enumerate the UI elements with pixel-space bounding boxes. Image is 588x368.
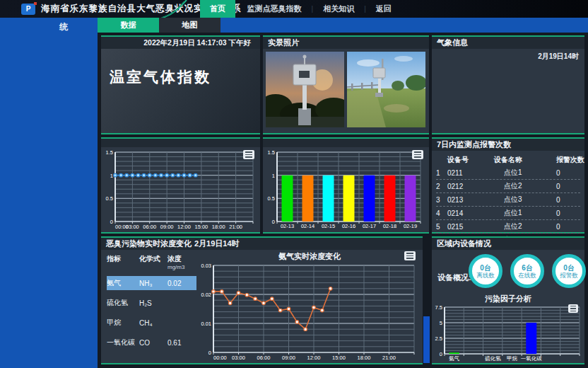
column-indicator: 指标 <box>107 254 139 264</box>
chart-menu-icon[interactable] <box>412 150 423 159</box>
svg-text:1.5: 1.5 <box>268 149 275 156</box>
svg-text:0.01: 0.01 <box>201 321 211 327</box>
chart-menu-icon[interactable] <box>568 304 578 313</box>
app-screen: P 海南省乐东黎族自治县大气恶臭状况实时发布系 首页 | 监测点恶臭指数 | 相… <box>0 0 588 368</box>
alarm-panel-title: 7日内监测点报警次数 <box>432 139 584 151</box>
odor-unit-row: mg/m3 <box>107 264 196 270</box>
daily-bar-chart: 00.511.502-1302-1402-1502-1602-1702-1802… <box>263 147 426 231</box>
pollution-factor-chart-wrap: 02.557.5氨气硫化氢甲烷一氧化碳 <box>433 305 582 364</box>
column-device-name: 设备名称 <box>494 155 556 165</box>
svg-text:0: 0 <box>110 219 113 225</box>
odor-panel-title: 恶臭污染物实时浓度变化 2月19日14时 <box>101 238 423 250</box>
svg-text:03:00: 03:00 <box>126 224 139 230</box>
table-row: 30213点位30 <box>436 193 580 207</box>
svg-text:00:00: 00:00 <box>213 355 227 361</box>
svg-text:0.03: 0.03 <box>201 263 211 269</box>
stat-alarm-count: 0台 报警数 <box>552 254 586 288</box>
tab-data[interactable]: 数据 <box>98 18 159 33</box>
svg-text:硫化氢: 硫化氢 <box>485 355 501 362</box>
column-concentration: 浓度 <box>167 254 196 264</box>
blue-band <box>0 18 588 33</box>
alarm-table-header: # 设备号 设备名称 报警次数 <box>436 154 580 166</box>
svg-text:09:00: 09:00 <box>160 224 174 230</box>
weather-body: 2月19日14时 <box>432 49 584 133</box>
svg-text:0.02: 0.02 <box>201 292 211 298</box>
offline-count: 0台 <box>480 264 491 272</box>
column-device-id: 设备号 <box>447 155 494 165</box>
svg-text:21:00: 21:00 <box>229 224 242 230</box>
nav-item-knowledge[interactable]: 相关知识 <box>313 0 364 18</box>
site-photo-sunset <box>266 52 346 130</box>
svg-text:1: 1 <box>272 173 275 179</box>
table-row: 50215点位20 <box>436 220 580 234</box>
weather-panel-title: 气象信息 <box>432 37 584 49</box>
swoosh-decoration-icon <box>161 0 189 18</box>
odor-time-text: 2月19日14时 <box>194 238 240 249</box>
svg-text:0: 0 <box>208 350 211 356</box>
weather-time: 2月19日14时 <box>538 52 579 62</box>
page-title: 温室气体指数 <box>101 49 260 87</box>
ammonia-line-chart: 00.010.020.0300:0003:0006:0009:0012:0015… <box>196 262 420 362</box>
alarm-table-body: 10211点位1020212点位2030213点位3040214点位105021… <box>436 166 580 247</box>
column-alarm-count: 报警次数 <box>556 155 588 165</box>
svg-text:03:00: 03:00 <box>232 355 245 361</box>
svg-text:18:00: 18:00 <box>212 224 225 230</box>
greenhouse-line-chart: 00.511.500:0003:0006:0009:0012:0015:0018… <box>101 147 257 231</box>
datetime-text: 2022年2月19日 14:17:03 下午好 <box>101 37 260 49</box>
devices-panel-title: 区域内设备情况 <box>432 238 584 250</box>
svg-text:7.5: 7.5 <box>435 305 442 311</box>
column-formula: 化学式 <box>139 254 167 264</box>
online-count: 6台 <box>522 264 533 272</box>
view-tabs: 数据 地图 <box>98 18 220 33</box>
svg-text:02-18: 02-18 <box>383 223 396 229</box>
greeting-panel: 2022年2月19日 14:17:03 下午好 温室气体指数 <box>101 35 260 134</box>
svg-text:0.5: 0.5 <box>268 195 275 202</box>
svg-text:02-14: 02-14 <box>301 223 314 229</box>
svg-text:06:00: 06:00 <box>143 224 156 230</box>
svg-text:02-17: 02-17 <box>363 223 376 229</box>
table-row[interactable]: 一氧化碳CO0.61 <box>107 335 196 350</box>
daily-bar-chart-wrap: 00.511.502-1302-1402-1502-1602-1702-1802… <box>263 147 429 234</box>
stat-offline-count: 0台 离线数 <box>469 254 502 288</box>
nav-item-odor-index[interactable]: 监测点恶臭指数 <box>237 0 312 18</box>
nav-item-back[interactable]: 返回 <box>366 0 401 18</box>
svg-text:0: 0 <box>440 351 442 357</box>
odor-table-body: 氨气NH₃0.02硫化氢H₂S甲烷CH₄一氧化碳CO0.61 <box>107 276 196 350</box>
svg-text:2.5: 2.5 <box>435 335 442 342</box>
svg-text:0: 0 <box>272 219 275 225</box>
online-label: 在线数 <box>518 272 536 279</box>
alarm-label: 报警数 <box>560 272 578 279</box>
svg-text:02-13: 02-13 <box>281 223 294 229</box>
greenhouse-chart-panel: 00.511.500:0003:0006:0009:0012:0015:0018… <box>101 137 260 234</box>
svg-text:02-15: 02-15 <box>322 223 335 229</box>
svg-text:5: 5 <box>440 320 442 326</box>
nav-item-home[interactable]: 首页 <box>200 0 235 18</box>
odor-table: 指标 化学式 浓度 mg/m3 氨气NH₃0.02硫化氢H₂S甲烷CH₄一氧化碳… <box>101 250 196 363</box>
chart-menu-icon[interactable] <box>404 251 416 260</box>
pollution-factor-bar-chart: 02.557.5氨气硫化氢甲烷一氧化碳 <box>433 305 582 362</box>
ammonia-chart-title: 氨气实时浓度变化 <box>196 251 423 262</box>
odor-table-header: 指标 化学式 浓度 <box>107 254 196 264</box>
table-row[interactable]: 甲烷CH₄ <box>107 316 196 330</box>
stat-online-count: 6台 在线数 <box>510 254 544 288</box>
weather-panel: 气象信息 2月19日14时 <box>432 35 584 134</box>
ammonia-chart-area: 氨气实时浓度变化 00.010.020.0300:0003:0006:0009:… <box>196 250 423 363</box>
svg-text:氨气: 氨气 <box>449 355 459 362</box>
scrollbar-thumb[interactable] <box>423 316 430 363</box>
table-row: 40214点位10 <box>436 207 580 220</box>
svg-text:12:00: 12:00 <box>307 355 321 361</box>
table-row[interactable]: 硫化氢H₂S <box>107 296 196 310</box>
unit-label: mg/m3 <box>167 264 196 270</box>
svg-text:18:00: 18:00 <box>358 355 371 361</box>
svg-text:一氧化碳: 一氧化碳 <box>521 355 543 362</box>
chart-menu-icon[interactable] <box>243 150 254 159</box>
offline-label: 离线数 <box>476 272 495 279</box>
svg-text:15:00: 15:00 <box>332 355 346 361</box>
table-row: 20212点位20 <box>436 180 580 193</box>
alarm-count: 0台 <box>563 264 575 272</box>
table-row[interactable]: 氨气NH₃0.02 <box>107 276 196 290</box>
tab-map[interactable]: 地图 <box>159 18 220 33</box>
svg-text:02-19: 02-19 <box>404 223 417 229</box>
greenhouse-chart: 00.511.500:0003:0006:0009:0012:0015:0018… <box>101 147 260 234</box>
device-stats: 0台 离线数 6台 在线数 0台 报警数 <box>469 254 586 288</box>
